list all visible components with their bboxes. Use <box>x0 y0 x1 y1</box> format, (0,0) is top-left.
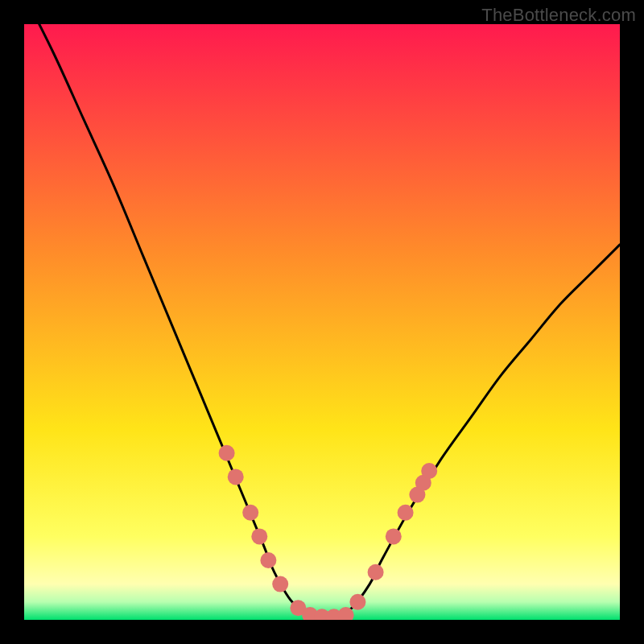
highlight-dot <box>219 445 235 461</box>
highlight-dot <box>398 505 414 521</box>
highlight-dot <box>421 463 437 479</box>
highlight-dot <box>368 564 384 580</box>
bottleneck-chart <box>24 24 620 620</box>
figure-frame: TheBottleneck.com <box>0 0 644 644</box>
highlight-dot <box>272 576 288 592</box>
watermark-text: TheBottleneck.com <box>481 5 636 26</box>
highlight-dot <box>228 469 244 485</box>
gradient-background <box>24 24 620 620</box>
highlight-dot <box>242 505 258 521</box>
highlight-dot <box>251 528 267 544</box>
highlight-dot <box>260 552 276 568</box>
highlight-dot <box>386 528 402 544</box>
plot-area <box>24 24 620 620</box>
highlight-dot <box>349 594 365 610</box>
